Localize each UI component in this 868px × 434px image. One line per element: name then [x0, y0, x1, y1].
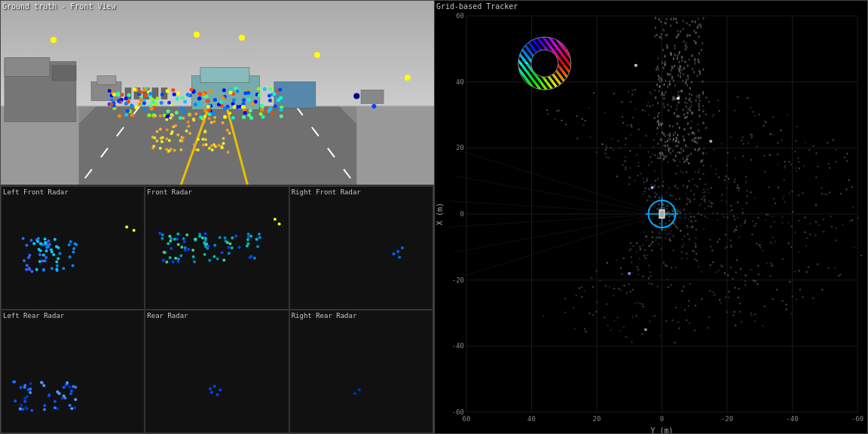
tracker-canvas — [435, 1, 868, 434]
right-front-radar-cell: Right Front Radar — [289, 186, 433, 310]
rear-radar-label: Rear Radar — [147, 312, 188, 319]
right-rear-radar-label: Right Rear Radar — [292, 312, 357, 319]
rear-radar-cell: Rear Radar — [145, 310, 289, 433]
left-front-radar-canvas — [2, 187, 145, 301]
right-rear-radar-canvas — [290, 310, 433, 432]
right-panel: Grid-based Tracker — [434, 0, 868, 434]
left-panel: Ground truth - Front View Left Front Rad… — [0, 0, 434, 434]
rear-radar-canvas — [145, 310, 289, 431]
tracker-label: Grid-based Tracker — [436, 2, 518, 11]
left-front-radar-label: Left Front Radar — [3, 188, 69, 196]
right-rear-radar-cell: Right Rear Radar — [289, 310, 433, 433]
front-radar-canvas — [145, 187, 289, 303]
right-front-radar-canvas — [290, 187, 433, 304]
left-rear-radar-cell: Left Rear Radar — [1, 310, 145, 433]
main-view-label: Ground truth - Front View — [2, 2, 116, 11]
right-front-radar-label: Right Front Radar — [292, 188, 361, 196]
left-rear-radar-canvas — [2, 310, 145, 429]
left-rear-radar-label: Left Rear Radar — [3, 312, 64, 319]
front-radar-label: Front Radar — [147, 188, 192, 196]
left-front-radar-cell: Left Front Radar — [1, 186, 145, 310]
radar-grid: Left Front Radar Front Radar Right Front… — [1, 185, 433, 433]
main-view-canvas — [1, 1, 435, 185]
main-view: Ground truth - Front View — [1, 1, 435, 185]
front-radar-cell: Front Radar — [145, 186, 289, 310]
